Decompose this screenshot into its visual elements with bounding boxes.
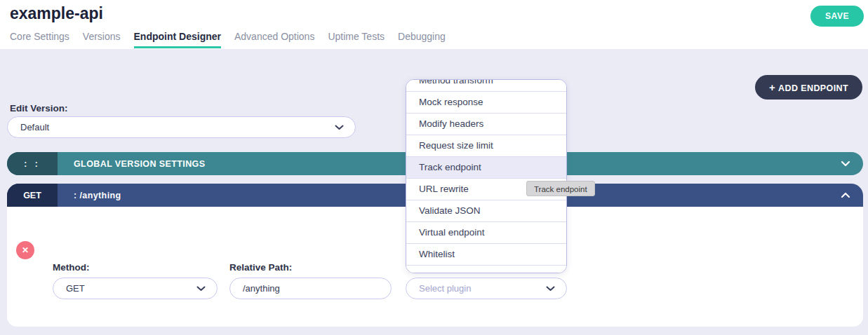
plugin-option-modify-headers[interactable]: Modify headers (406, 114, 566, 135)
tab-debugging[interactable]: Debugging (398, 31, 446, 48)
chevron-down-icon (546, 286, 555, 292)
chevron-down-icon (196, 286, 206, 292)
delete-endpoint-button[interactable]: ✕ (16, 241, 34, 259)
plugin-dropdown-list: Method transform Mock response Modify he… (406, 79, 566, 273)
track-endpoint-tooltip: Track endpoint (526, 181, 595, 196)
tab-advanced-options[interactable]: Advanced Options (234, 31, 314, 48)
main-content: +ADD ENDPOINT Edit Version: Default : : … (0, 49, 868, 335)
plugin-option-whitelist[interactable]: Whitelist (406, 244, 566, 266)
page-title: example-api (10, 4, 103, 23)
plugin-option-virtual-endpoint[interactable]: Virtual endpoint (406, 222, 566, 244)
tab-core-settings[interactable]: Core Settings (10, 31, 69, 48)
plugin-option-request-size-limit[interactable]: Request size limit (406, 135, 566, 157)
plus-icon: + (769, 81, 775, 93)
chevron-up-icon[interactable] (841, 192, 850, 198)
edit-version-label: Edit Version: (10, 103, 68, 114)
relative-path-input[interactable] (229, 278, 392, 299)
chevron-down-icon[interactable] (841, 160, 850, 167)
add-endpoint-label: ADD ENDPOINT (778, 83, 848, 93)
relative-path-label: Relative Path: (229, 262, 292, 273)
tab-endpoint-designer[interactable]: Endpoint Designer (134, 31, 221, 48)
header: example-api SAVE Core Settings Versions … (0, 0, 868, 49)
save-button[interactable]: SAVE (810, 6, 864, 27)
method-label: Method: (53, 262, 89, 273)
plugin-select[interactable]: Select plugin (406, 278, 567, 299)
version-select[interactable]: Default (7, 116, 356, 138)
tab-uptime-tests[interactable]: Uptime Tests (328, 31, 385, 48)
close-icon: ✕ (22, 245, 29, 255)
tab-bar: Core Settings Versions Endpoint Designer… (10, 31, 446, 48)
plugin-option-go-plugin[interactable]: Go Plugin (406, 266, 566, 273)
plugin-option-track-endpoint[interactable]: Track endpoint (406, 157, 566, 179)
plugin-dropdown-menu: Method transform Mock response Modify he… (406, 79, 567, 273)
chevron-down-icon (335, 125, 344, 130)
method-select-value: GET (66, 283, 196, 294)
tab-versions[interactable]: Versions (83, 31, 121, 48)
method-select[interactable]: GET (53, 278, 218, 299)
add-endpoint-button[interactable]: +ADD ENDPOINT (755, 75, 862, 100)
plugin-option-method-transform[interactable]: Method transform (406, 79, 566, 92)
drag-handle-glyph: : : (24, 159, 40, 169)
plugin-option-mock-response[interactable]: Mock response (406, 92, 566, 114)
plugin-select-placeholder: Select plugin (419, 283, 546, 294)
plugin-option-validate-json[interactable]: Validate JSON (406, 200, 566, 222)
drag-handle-icon[interactable]: : : (7, 152, 58, 175)
endpoint-method-badge: GET (7, 184, 58, 207)
version-select-value: Default (20, 122, 335, 132)
